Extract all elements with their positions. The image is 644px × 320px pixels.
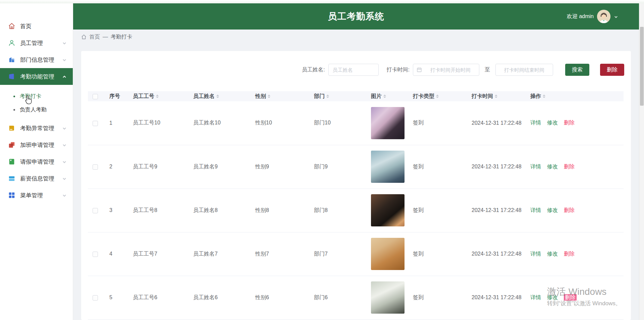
delete-button[interactable]: 删除 — [600, 64, 624, 76]
sidebar-item-attendance-mgmt[interactable]: 考勤功能管理 — [0, 68, 73, 85]
start-time-picker[interactable] — [413, 64, 479, 76]
edit-link[interactable]: 修改 — [547, 295, 558, 300]
detail-link[interactable]: 详情 — [530, 251, 541, 257]
search-button[interactable]: 搜索 — [565, 64, 589, 76]
delete-link[interactable]: 删除 — [564, 294, 577, 301]
sort-icon[interactable] — [216, 95, 219, 98]
bullet-icon — [13, 96, 15, 97]
chevron-up-icon — [62, 74, 67, 79]
start-time-input[interactable] — [425, 67, 476, 73]
sidebar-item-leave-mgmt[interactable]: 请假申请管理 — [0, 153, 73, 170]
employee-photo[interactable] — [371, 151, 405, 183]
attendance-book-icon — [8, 73, 15, 80]
row-checkbox[interactable] — [93, 208, 98, 213]
sidebar-subitem-manager-attendance[interactable]: 负责人考勤 — [0, 103, 73, 116]
employee-photo[interactable] — [371, 194, 405, 226]
detail-link[interactable]: 详情 — [530, 207, 541, 213]
sidebar-item-overtime-mgmt[interactable]: 加班申请管理 — [0, 137, 73, 153]
select-all-checkbox[interactable] — [93, 94, 98, 99]
sidebar-item-attendance-exception[interactable]: 考勤异常管理 — [0, 120, 73, 137]
sort-icon[interactable] — [495, 95, 497, 98]
delete-link[interactable]: 删除 — [564, 251, 575, 257]
sidebar-item-home[interactable]: 首页 — [0, 18, 73, 35]
sidebar-item-salary-mgmt[interactable]: 薪资信息管理 — [0, 170, 73, 187]
welcome-text: 欢迎 admin — [567, 13, 594, 20]
employee-attendance-app: 首页 员工管理 部门信息管理 — [0, 0, 644, 320]
detail-link[interactable]: 详情 — [530, 164, 541, 169]
avatar[interactable] — [597, 10, 610, 23]
top-strip — [0, 0, 644, 3]
edit-link[interactable]: 修改 — [547, 164, 558, 169]
cell-index: 3 — [105, 189, 128, 232]
column-header: 打卡时间 — [472, 93, 493, 100]
column-header: 员工姓名 — [193, 93, 215, 100]
detail-link[interactable]: 详情 — [530, 295, 541, 300]
cell-index: 5 — [105, 276, 128, 319]
sort-icon[interactable] — [436, 95, 439, 98]
sidebar-item-department-mgmt[interactable]: 部门信息管理 — [0, 51, 73, 68]
column-header: 操作 — [530, 93, 541, 100]
employee-photo[interactable] — [371, 107, 405, 139]
user-menu[interactable]: 欢迎 admin — [567, 10, 618, 23]
sidebar-subitem-attendance-checkin[interactable]: 考勤打卡 — [0, 90, 73, 103]
cell-employee-no: 员工工号6 — [128, 276, 189, 319]
table-row: 2 员工工号9 员工姓名9 性别9 部门9 签到 2024-12-31 17:2… — [88, 145, 624, 189]
end-time-input[interactable] — [499, 67, 549, 73]
delete-link[interactable]: 删除 — [564, 164, 575, 169]
sort-icon[interactable] — [326, 95, 329, 98]
attendance-submenu: 考勤打卡 负责人考勤 — [0, 85, 73, 120]
column-header: 序号 — [109, 93, 120, 100]
delete-link[interactable]: 删除 — [564, 207, 575, 213]
sort-icon[interactable] — [543, 95, 545, 98]
row-checkbox[interactable] — [93, 252, 98, 257]
delete-link[interactable]: 删除 — [564, 120, 575, 125]
column-header: 图片 — [371, 93, 382, 100]
sidebar-subitem-label: 负责人考勤 — [20, 106, 47, 113]
chevron-down-icon — [62, 193, 67, 198]
breadcrumb-home[interactable]: 首页 — [89, 34, 100, 41]
detail-link[interactable]: 详情 — [530, 120, 541, 125]
sort-icon[interactable] — [383, 95, 386, 98]
building-icon — [8, 56, 15, 63]
cell-check-type: 签到 — [408, 145, 467, 189]
table-header-row: 序号 员工工号 员工姓名 性别 部门 图片 打卡类型 打卡时间 操作 — [88, 91, 624, 101]
employee-photo[interactable] — [371, 238, 405, 270]
sidebar-item-label: 薪资信息管理 — [20, 175, 62, 182]
sort-icon[interactable] — [156, 95, 159, 98]
cell-index: 2 — [105, 145, 128, 189]
edit-link[interactable]: 修改 — [547, 251, 558, 257]
edit-link[interactable]: 修改 — [547, 207, 558, 213]
sidebar-item-menu-mgmt[interactable]: 菜单管理 — [0, 187, 73, 204]
chevron-down-icon — [62, 41, 67, 45]
cell-check-time: 2024-12-31 17:22:48 — [467, 276, 526, 319]
range-separator: 至 — [483, 66, 492, 73]
chevron-down-icon — [614, 14, 618, 19]
breadcrumb-separator: — — [103, 34, 108, 40]
cell-name: 员工姓名8 — [189, 189, 251, 232]
cell-name: 员工姓名10 — [189, 101, 251, 145]
sidebar-item-label: 请假申请管理 — [20, 158, 62, 166]
edit-link[interactable]: 修改 — [547, 120, 558, 125]
employee-name-input[interactable] — [328, 64, 379, 76]
row-checkbox[interactable] — [93, 121, 98, 126]
cell-employee-no: 员工工号7 — [128, 232, 189, 276]
home-icon — [81, 34, 87, 40]
employee-photo[interactable] — [371, 281, 405, 314]
sidebar-item-label: 首页 — [20, 22, 67, 30]
sort-icon[interactable] — [268, 95, 270, 98]
sidebar-item-employee-mgmt[interactable]: 员工管理 — [0, 35, 73, 51]
chevron-down-icon — [62, 126, 67, 130]
row-checkbox[interactable] — [93, 295, 98, 301]
calendar-icon — [417, 67, 422, 72]
sidebar-item-label: 考勤功能管理 — [20, 73, 62, 81]
end-time-picker[interactable] — [495, 64, 553, 76]
cell-gender: 性别8 — [251, 189, 309, 232]
cell-gender: 性别10 — [251, 101, 309, 145]
scrollbar-thumb[interactable] — [640, 27, 644, 106]
vertical-scrollbar[interactable] — [639, 3, 644, 320]
row-checkbox[interactable] — [93, 164, 98, 170]
cell-gender: 性别6 — [251, 276, 309, 319]
cell-employee-no: 员工工号10 — [128, 101, 189, 145]
content-card: 员工姓名: 打卡时间: 至 搜索 删除 — [81, 51, 631, 320]
red-briefcase-icon — [8, 141, 15, 149]
